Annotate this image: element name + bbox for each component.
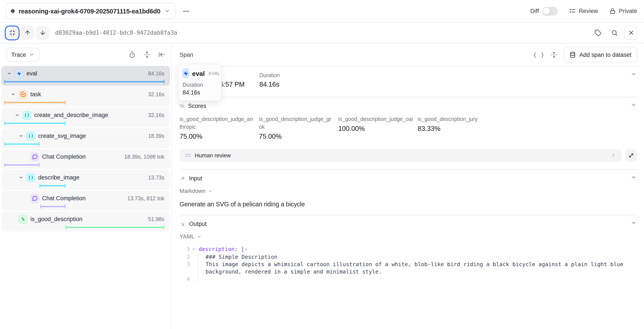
timeline-track <box>4 80 164 84</box>
collapse-left-icon[interactable] <box>158 51 165 58</box>
output-format-select[interactable]: YAML <box>180 233 202 240</box>
fold-vertical-icon[interactable] <box>144 51 150 58</box>
code-line: 4 <box>180 276 638 283</box>
tree-row-chat-completion[interactable]: Chat Completion18.39s, 1098 tok <box>1 149 170 169</box>
tree-row-create-svg-image[interactable]: ()create_svg_image18.39s <box>1 128 170 148</box>
line-number: 3 <box>180 261 190 268</box>
human-review-bar[interactable]: Human review <box>180 149 622 162</box>
fn-icon: () <box>26 132 35 140</box>
span-name: Chat Completion <box>42 153 124 160</box>
view-mode-select[interactable]: Trace <box>6 48 40 61</box>
expand-chevron-icon[interactable] <box>6 70 12 77</box>
experiment-status-dot <box>11 9 15 13</box>
span-duration: 18.39s, 1098 tok <box>124 154 164 160</box>
meta-section: Start Yesterday 3:15:57 PM Duration 84.1… <box>180 67 638 97</box>
review-button[interactable]: Review <box>569 7 598 14</box>
arrow-down-right-icon <box>180 221 186 227</box>
collapse-section-icon[interactable] <box>630 102 637 108</box>
chat-icon <box>30 194 39 203</box>
add-span-to-dataset-button[interactable]: Add span to dataset <box>563 47 638 62</box>
timeline-bar <box>40 184 66 188</box>
previous-trace-button[interactable] <box>20 26 34 40</box>
timeline-bar <box>4 163 40 167</box>
unfold-vertical-icon[interactable] <box>551 51 557 58</box>
span-detail-panel: Span { } Add span to dataset <box>172 43 644 329</box>
tree-row-eval[interactable]: eval84.16s <box>1 66 170 86</box>
span-tree: eval84.16stask32.16s()create_and_describ… <box>0 66 171 232</box>
code-text <box>198 276 202 283</box>
collapse-section-icon[interactable] <box>630 174 637 181</box>
scores-section: % Scores is_good_description_judge_anthr… <box>180 97 638 149</box>
more-menu-button[interactable] <box>180 5 192 17</box>
experiment-selector[interactable]: reasoning-xai-grok4-0709-2025071115-ea1b… <box>5 3 176 19</box>
chevron-down-icon <box>164 8 170 14</box>
code-line: 3 This image depicts a whimsical cartoon… <box>180 261 638 268</box>
timeline-bar <box>4 80 164 84</box>
private-button[interactable]: Private <box>609 8 637 14</box>
search-button[interactable] <box>608 26 622 40</box>
expand-human-review-button[interactable] <box>625 149 638 162</box>
add-span-label: Add span to dataset <box>580 51 632 58</box>
span-tree-panel: Trace eval84.16stask <box>0 43 172 329</box>
code-text: This image depicts a whimsical cartoon i… <box>198 261 624 268</box>
tree-row-chat-completion[interactable]: Chat Completion13.73s, 812 tok <box>1 191 170 211</box>
score-card: is_good_description_judge_anthropic75.00… <box>180 115 259 141</box>
input-format-select[interactable]: Markdown <box>180 188 213 194</box>
output-format-value: YAML <box>180 233 194 240</box>
expand-chevron-icon[interactable] <box>17 174 24 181</box>
zap-icon <box>182 68 189 78</box>
tag-button[interactable] <box>591 26 605 40</box>
score-card: is_good_description_judge_oai100.00% <box>338 115 418 141</box>
tree-row-task[interactable]: task32.16s <box>1 87 170 107</box>
private-label: Private <box>619 8 637 14</box>
tree-row-create-and-describe-image[interactable]: ()create_and_describe_image32.16s <box>1 107 170 127</box>
expand-chevron-icon[interactable] <box>10 91 16 98</box>
yaml-code-block[interactable]: 1description: |-2 ### Simple Description… <box>180 246 638 283</box>
fold-spacer <box>190 276 198 283</box>
arrow-up-icon <box>24 29 30 36</box>
timeline-track <box>4 142 164 146</box>
expand-chevron-icon[interactable] <box>17 132 24 139</box>
line-number: 2 <box>180 253 190 261</box>
tag-icon <box>594 29 602 36</box>
json-view-icon[interactable]: { } <box>533 51 545 58</box>
span-name: is_good_description <box>30 216 148 222</box>
span-name: create_and_describe_image <box>34 112 148 118</box>
review-label: Review <box>579 8 598 14</box>
collapse-section-icon[interactable] <box>630 220 637 226</box>
move-diagonal-icon <box>628 153 634 158</box>
tooltip-span-type: EVAL <box>208 71 220 76</box>
trace-id: d03029aa-b9d1-4012-bdc8-9472dab8fa3a <box>55 29 177 36</box>
collapse-section-icon[interactable] <box>630 71 637 77</box>
score-value: 75.00% <box>180 133 254 141</box>
tree-row-describe-image[interactable]: ()describe_image13.73s <box>1 170 170 190</box>
fn-icon: () <box>26 173 35 182</box>
timeline-bar <box>4 121 66 125</box>
close-icon <box>628 29 634 36</box>
span-duration: 84.16s <box>148 70 164 76</box>
close-trace-button[interactable] <box>624 26 638 40</box>
output-section: Output YAML 1description: |-2 ### Simple… <box>180 216 638 290</box>
diff-toggle[interactable] <box>542 7 558 15</box>
score-label: is_good_description_judge_grok <box>259 115 334 131</box>
arrow-down-icon <box>39 29 46 36</box>
timeline-bar <box>66 225 164 229</box>
line-number <box>180 268 190 276</box>
score-card: is_good_description_jury83.33% <box>418 115 497 141</box>
lock-icon <box>609 8 616 14</box>
span-duration: 32.16s <box>148 112 164 118</box>
timer-icon[interactable] <box>129 51 136 58</box>
tree-row-is-good-description[interactable]: %is_good_description51.98s <box>1 212 170 232</box>
span-tooltip: eval EVAL Duration 84.16s <box>178 64 222 101</box>
next-trace-button[interactable] <box>36 26 50 40</box>
span-name: create_svg_image <box>38 133 148 139</box>
checklist-icon <box>185 153 191 159</box>
expand-chevron-icon[interactable] <box>14 112 20 119</box>
chevron-down-icon <box>208 189 213 194</box>
input-title: Input <box>189 175 202 182</box>
score-value: 75.00% <box>259 133 334 141</box>
chat-icon <box>30 152 39 161</box>
collapse-panel-button[interactable] <box>5 26 19 40</box>
span-name: eval <box>26 70 148 77</box>
fold-chevron-icon[interactable] <box>190 246 198 253</box>
